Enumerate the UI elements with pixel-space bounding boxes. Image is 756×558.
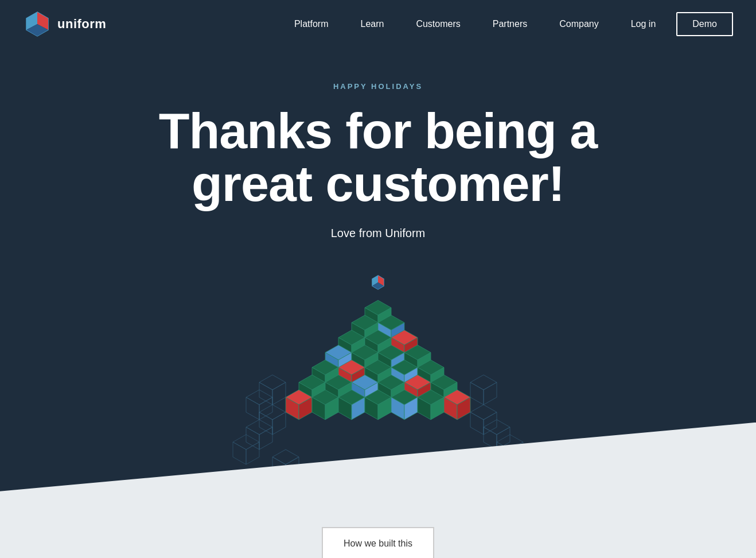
logo-text: uniform xyxy=(57,17,106,32)
svg-marker-100 xyxy=(272,412,286,435)
svg-marker-120 xyxy=(470,382,484,405)
nav-item-platform[interactable]: Platform xyxy=(278,0,345,48)
nav-link-partners[interactable]: Partners xyxy=(477,0,543,48)
nav-link-company[interactable]: Company xyxy=(543,0,614,48)
svg-marker-119 xyxy=(470,375,497,390)
logo[interactable]: uniform xyxy=(23,10,106,38)
nav-link-customers[interactable]: Customers xyxy=(400,0,476,48)
bottom-section: How we built this xyxy=(0,481,756,558)
nav-links: Platform Learn Customers Partners Compan… xyxy=(278,0,615,48)
svg-marker-106 xyxy=(259,427,272,450)
svg-marker-113 xyxy=(470,405,497,420)
demo-button[interactable]: Demo xyxy=(676,12,733,36)
nav-link-platform[interactable]: Platform xyxy=(278,0,345,48)
svg-marker-112 xyxy=(246,442,259,464)
svg-marker-125 xyxy=(272,450,299,464)
nav-item-company[interactable]: Company xyxy=(543,0,614,48)
login-link[interactable]: Log in xyxy=(615,0,672,48)
nav-link-learn[interactable]: Learn xyxy=(344,0,400,48)
nav-item-partners[interactable]: Partners xyxy=(477,0,543,48)
nav-item-learn[interactable]: Learn xyxy=(344,0,400,48)
svg-marker-114 xyxy=(470,412,484,435)
svg-marker-121 xyxy=(484,382,497,405)
cta-container: How we built this xyxy=(0,481,756,558)
svg-marker-103 xyxy=(272,382,286,405)
hero-tagline: Love from Uniform xyxy=(23,227,733,240)
svg-marker-101 xyxy=(259,375,286,390)
svg-marker-117 xyxy=(484,427,497,450)
hero-title: Thanks for being a great customer! xyxy=(120,104,636,211)
nav-item-customers[interactable]: Customers xyxy=(400,0,476,48)
logo-icon xyxy=(23,10,52,38)
hero-subtitle: HAPPY HOLIDAYS xyxy=(23,82,733,91)
hero-section: HAPPY HOLIDAYS Thanks for being a great … xyxy=(0,48,756,240)
navbar: uniform Platform Learn Customers Partner… xyxy=(0,0,756,48)
svg-marker-111 xyxy=(233,442,246,464)
how-built-button[interactable]: How we built this xyxy=(322,527,434,558)
svg-marker-108 xyxy=(246,397,259,420)
